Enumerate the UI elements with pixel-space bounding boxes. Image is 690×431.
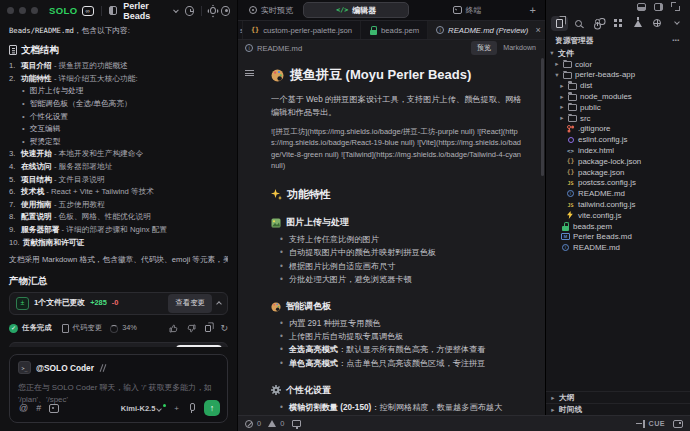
window-zoom-dot[interactable]: [31, 7, 38, 14]
file-tab-pem[interactable]: beads.pem: [361, 21, 428, 39]
chevron-down-icon[interactable]: [173, 7, 178, 12]
toggle-panel-icon[interactable]: [637, 3, 646, 11]
errors-icon[interactable]: [245, 420, 253, 428]
scrollbar-thumb[interactable]: [541, 58, 544, 176]
search-icon[interactable]: [571, 16, 588, 31]
project-title[interactable]: Perler Beads: [123, 1, 169, 21]
file-tree: 文件 color perler-beads-app dist node_modu…: [546, 48, 690, 391]
new-tab-button[interactable]: [525, 4, 541, 16]
code-change-label[interactable]: 代码变更: [73, 322, 103, 335]
source-control-icon[interactable]: [590, 16, 607, 31]
tree-item[interactable]: postcss.config.js: [546, 178, 690, 189]
tree-section-files[interactable]: 文件: [546, 48, 690, 59]
tree-item[interactable]: dist: [546, 80, 690, 91]
check-icon: [9, 324, 18, 333]
tree-item[interactable]: eslint.config.js: [546, 134, 690, 145]
warnings-icon[interactable]: [268, 420, 276, 427]
testing-icon[interactable]: [629, 16, 646, 31]
tree-item[interactable]: beads.pem: [546, 221, 690, 232]
context-tag-icon[interactable]: [36, 404, 41, 413]
bullet: 全选高亮模式：默认显示所有颜色高亮，方便整体查看: [271, 343, 525, 356]
divider: [101, 6, 102, 16]
remote-explorer-icon[interactable]: [649, 16, 666, 31]
view-changes-button[interactable]: 查看变更: [168, 294, 212, 313]
preview-mode-button[interactable]: 预览: [471, 41, 497, 55]
solo-mode-label[interactable]: SOLO: [49, 5, 78, 16]
tree-item[interactable]: .gitignore: [546, 124, 690, 135]
cue-icon[interactable]: [636, 420, 645, 428]
outline-section[interactable]: 大纲: [546, 391, 690, 403]
refresh-icon[interactable]: [220, 324, 228, 333]
chat-input-box[interactable]: @SOLO Coder 您正在与 SOLO Coder 聊天，输入 '/' 获取…: [9, 354, 228, 423]
tree-item[interactable]: README.md: [546, 242, 690, 253]
collapse-icon[interactable]: [216, 301, 222, 307]
tree-item[interactable]: Perler Beads.md: [546, 232, 690, 243]
ports-icon[interactable]: [292, 420, 301, 427]
bullet: 内置 291 种拼豆专用颜色: [271, 317, 525, 330]
tree-item[interactable]: tailwind.config.js: [546, 199, 690, 210]
more-actions-icon[interactable]: [672, 36, 681, 45]
tree-item[interactable]: package-lock.json: [546, 156, 690, 167]
doc-item: 6.技术栈 - React + Vite + Tailwind 等技术: [9, 186, 228, 199]
copy-icon[interactable]: [205, 325, 211, 332]
explorer-icon[interactable]: [551, 16, 568, 31]
review-bar[interactable]: 1个文件待审查 全部撤销 全部保留: [9, 342, 228, 347]
tree-item[interactable]: color: [546, 59, 690, 70]
tree-item[interactable]: node_modules: [546, 91, 690, 102]
tree-item[interactable]: index.html: [546, 145, 690, 156]
warning-count[interactable]: 0: [280, 419, 284, 428]
agent-chip[interactable]: @SOLO Coder: [18, 361, 219, 374]
markdown-preview[interactable]: 摸鱼拼豆 (Moyu Perler Beads) 一个基于 Web 的拼豆图案设…: [238, 56, 545, 415]
history-icon[interactable]: [185, 6, 194, 16]
chat-transcript[interactable]: Beads/README.md，包含以下内容: 文档结构 1.项目介绍 - 摸鱼…: [0, 21, 237, 347]
account-icon[interactable]: [221, 6, 230, 16]
tree-item[interactable]: package.json: [546, 167, 690, 178]
keep-all-button[interactable]: 全部保留: [176, 345, 222, 347]
tab-terminal[interactable]: 终端: [412, 2, 521, 18]
window-minimize-dot[interactable]: [19, 7, 26, 14]
lock-icon: [369, 26, 377, 35]
extensions-icon[interactable]: [610, 16, 627, 31]
image-attach-icon[interactable]: [49, 404, 59, 413]
chevron-down-icon[interactable]: [668, 16, 685, 31]
js-icon: [567, 202, 573, 208]
changes-card[interactable]: 1个文件已更改 +285 -0 查看变更: [9, 292, 228, 315]
tab-editor[interactable]: 编辑器: [303, 2, 409, 18]
timeline-section[interactable]: 时间线: [546, 403, 690, 415]
tree-item[interactable]: vite.config.js: [546, 210, 690, 221]
section-heading-settings: 个性化设置: [271, 384, 525, 397]
restore-window-icon[interactable]: [671, 2, 680, 11]
window-close-dot[interactable]: [7, 7, 14, 14]
ai-panel-icon[interactable]: [673, 420, 683, 428]
tree-item[interactable]: README.md: [546, 188, 690, 199]
skills-icon[interactable]: [99, 364, 107, 372]
file-tab-json[interactable]: custom-perler-palette.json: [243, 21, 361, 39]
info-icon: [436, 26, 444, 34]
breadcrumb-file[interactable]: README.md: [257, 44, 302, 53]
thumbs-down-icon[interactable]: [187, 324, 196, 333]
tab-live-preview[interactable]: 实时预览: [242, 2, 300, 18]
close-icon[interactable]: [535, 25, 540, 35]
toggle-secondary-sidebar-icon[interactable]: [654, 3, 663, 11]
tree-item[interactable]: perler-beads-app: [546, 70, 690, 81]
send-button[interactable]: [204, 400, 220, 416]
doc-item: 3.快速开始 - 本地开发和生产构建命令: [9, 148, 228, 161]
thumbs-up-icon[interactable]: [169, 324, 178, 333]
readme-article: 摸鱼拼豆 (Moyu Perler Beads) 一个基于 Web 的拼豆图案设…: [271, 66, 525, 415]
model-selector[interactable]: Kimi-K2.5: [121, 404, 167, 413]
tree-item[interactable]: public: [546, 102, 690, 113]
cue-label[interactable]: CUE: [649, 419, 665, 428]
mention-icon[interactable]: [19, 404, 28, 413]
language-mode-label[interactable]: Markdown: [503, 44, 536, 52]
solo-badge-icon[interactable]: [82, 6, 94, 16]
tree-item[interactable]: src: [546, 113, 690, 124]
doc-item: 10.贡献指南和许可证: [9, 237, 228, 250]
mic-icon[interactable]: [187, 403, 196, 413]
file-tab-readme-preview[interactable]: README.md (Preview): [428, 21, 550, 39]
toggle-sidebar-icon[interactable]: [109, 6, 118, 15]
readme-intro: 一个基于 Web 的拼豆图案设计工具，支持图片上传、颜色提取、网格编辑和作品导出…: [271, 93, 525, 119]
outline-menu-icon[interactable]: [245, 68, 254, 78]
enhance-icon[interactable]: [174, 404, 179, 413]
error-count[interactable]: 0: [257, 419, 261, 428]
gear-icon[interactable]: [209, 6, 217, 16]
